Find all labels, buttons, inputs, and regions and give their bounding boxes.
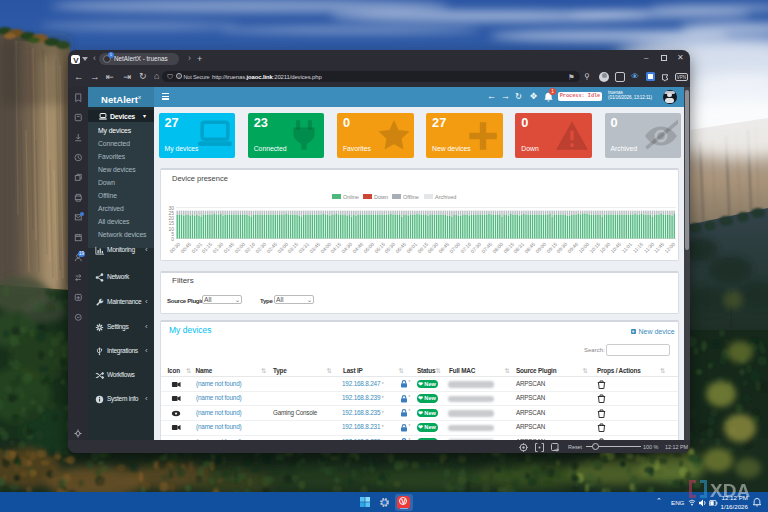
svg-text:XDA: XDA xyxy=(710,480,750,500)
